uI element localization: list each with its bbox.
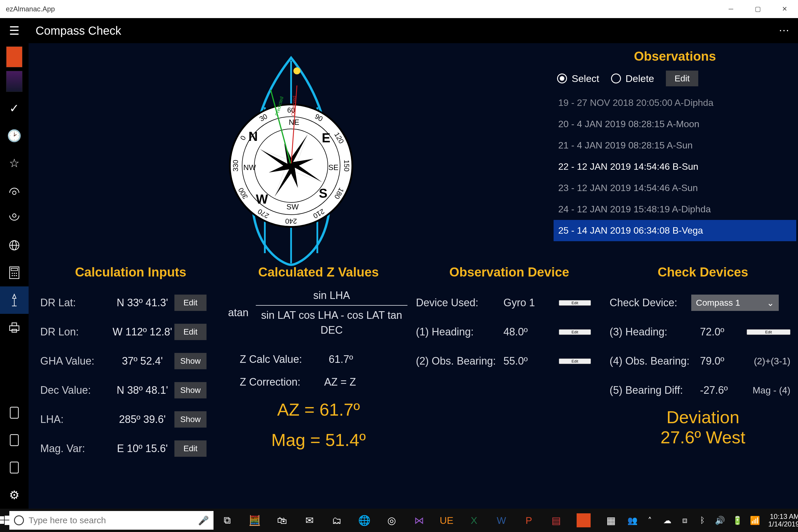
- input-value: N 33º 41.3': [110, 297, 174, 309]
- search-input[interactable]: [28, 515, 193, 525]
- maximize-button[interactable]: ▢: [744, 0, 771, 18]
- dropbox-icon[interactable]: ⧈: [677, 516, 692, 525]
- onedrive-icon[interactable]: ☁: [660, 516, 675, 525]
- hamburger-menu-button[interactable]: ☰: [0, 18, 28, 43]
- dr-lon-edit-button[interactable]: Edit: [174, 324, 207, 340]
- volume-icon[interactable]: 🔊: [712, 516, 727, 525]
- svg-text:330: 330: [232, 160, 240, 171]
- check-icon[interactable]: ✓: [0, 95, 28, 122]
- obs-item[interactable]: 19 - 27 NOV 2018 20:05:00 A-Diphda: [554, 92, 796, 113]
- page-1-icon[interactable]: [0, 399, 28, 426]
- input-label: DR Lon:: [40, 326, 110, 338]
- page-2-icon[interactable]: [0, 426, 28, 454]
- settings-icon[interactable]: ⚙: [0, 481, 28, 509]
- taskbar-app-calculator[interactable]: 🧮: [241, 509, 268, 532]
- device-used-edit-button[interactable]: Edit: [559, 300, 591, 306]
- clock-icon[interactable]: 🕑: [0, 122, 28, 149]
- taskbar-app-ue[interactable]: UE: [433, 509, 460, 532]
- svg-rect-16: [10, 326, 19, 330]
- taskbar-search[interactable]: 🎤: [10, 511, 213, 530]
- taskbar-app-explorer[interactable]: 🗂: [323, 509, 350, 532]
- obs-delete-label: Delete: [626, 73, 654, 84]
- observations-list[interactable]: 19 - 27 NOV 2018 20:05:00 A-Diphda 20 - …: [554, 92, 796, 241]
- check-device-label: Check Device:: [610, 297, 691, 309]
- obs-item[interactable]: 21 - 4 JAN 2019 08:28:15 A-Sun: [554, 135, 796, 156]
- minimize-button[interactable]: ─: [718, 0, 744, 18]
- wifi-icon[interactable]: 📶: [747, 516, 762, 525]
- lha-show-button[interactable]: Show: [174, 411, 207, 428]
- magvar-edit-button[interactable]: Edit: [174, 440, 207, 457]
- sidebar-thumb-2[interactable]: [5, 70, 23, 93]
- formula-denominator: sin LAT cos LHA - cos LAT tan DEC: [254, 308, 409, 338]
- svg-text:SE: SE: [328, 163, 339, 172]
- z-calc-label: Z Calc Value:: [240, 353, 302, 365]
- check-device-dropdown[interactable]: Compass 1 ⌄: [691, 294, 779, 311]
- taskbar-app-generic-1[interactable]: ▤: [543, 509, 570, 532]
- close-button[interactable]: ✕: [771, 0, 798, 18]
- page-3-icon[interactable]: [0, 454, 28, 481]
- checkdev-side-note: Mag - (4): [747, 385, 791, 396]
- dec-show-button[interactable]: Show: [174, 382, 207, 398]
- z-calc-value: 61.7º: [329, 353, 353, 365]
- dr-lat-edit-button[interactable]: Edit: [174, 294, 207, 311]
- taskbar-app-powerpoint[interactable]: P: [515, 509, 543, 532]
- svg-point-12: [16, 275, 17, 276]
- svg-point-11: [14, 275, 15, 276]
- print-icon[interactable]: [0, 314, 28, 341]
- taskbar-app-store[interactable]: 🛍: [268, 509, 296, 532]
- compass-check-icon[interactable]: [0, 286, 28, 314]
- people-icon[interactable]: 👥: [625, 516, 640, 525]
- check-heading-edit-button[interactable]: Edit: [747, 329, 791, 335]
- gha-show-button[interactable]: Show: [174, 353, 207, 369]
- taskbar-app-mail[interactable]: ✉: [296, 509, 323, 532]
- obs-edit-button[interactable]: Edit: [666, 71, 699, 86]
- window-titlebar: ezAlmanac.App ─ ▢ ✕: [0, 0, 798, 18]
- checkdev-title: Check Devices: [610, 265, 796, 280]
- obs-item[interactable]: 22 - 12 JAN 2019 14:54:46 B-Sun: [554, 156, 796, 177]
- mag-result: Mag = 51.4º: [228, 426, 409, 454]
- star-icon[interactable]: ☆: [0, 149, 28, 177]
- observation-device-section: Observation Device Device Used:Gyro 1Edi…: [416, 265, 603, 463]
- taskbar-app-ezalmanac[interactable]: [570, 509, 597, 532]
- set-icon[interactable]: [0, 204, 28, 232]
- obs-mode-select-radio[interactable]: Select: [557, 73, 600, 84]
- mic-icon[interactable]: 🎤: [198, 515, 209, 526]
- taskbar-app-edge[interactable]: 🌐: [350, 509, 378, 532]
- taskbar-app-excel[interactable]: X: [460, 509, 488, 532]
- app-header: ☰ Compass Check ⋯: [0, 18, 798, 43]
- svg-text:240: 240: [285, 217, 297, 225]
- more-options-button[interactable]: ⋯: [779, 24, 790, 37]
- rise-icon[interactable]: [0, 177, 28, 204]
- globe-icon[interactable]: [0, 232, 28, 259]
- tray-chevron-up-icon[interactable]: ˄: [642, 516, 658, 525]
- obs-item-selected[interactable]: 25 - 14 JAN 2019 06:34:08 B-Vega: [554, 220, 796, 241]
- calculator-icon[interactable]: [0, 259, 28, 286]
- obs-item[interactable]: 20 - 4 JAN 2019 08:28:15 A-Moon: [554, 113, 796, 135]
- obs-item[interactable]: 24 - 12 JAN 2019 15:48:19 A-Diphda: [554, 198, 796, 220]
- obsdev-label: Device Used:: [416, 297, 504, 309]
- formula-atan: atan: [228, 305, 248, 320]
- svg-point-59: [289, 163, 293, 168]
- obsdev-value: 48.0º: [504, 326, 559, 338]
- start-button[interactable]: [0, 516, 10, 525]
- battery-icon[interactable]: 🔋: [730, 516, 745, 525]
- z-corr-value: AZ = Z: [324, 376, 356, 388]
- sidebar-thumb-1[interactable]: [5, 45, 23, 68]
- nav-sidebar: ✓ 🕑 ☆ ⚙: [0, 43, 28, 509]
- heading-edit-button[interactable]: Edit: [559, 329, 591, 335]
- obs-item[interactable]: 23 - 12 JAN 2019 14:54:46 A-Sun: [554, 177, 796, 198]
- svg-rect-62: [0, 520, 4, 524]
- taskbar-clock[interactable]: 10:13 AM 1/14/2019: [765, 513, 798, 528]
- cortana-icon: [14, 515, 24, 525]
- input-value: 37º 52.4': [110, 355, 174, 367]
- clock-date: 1/14/2019: [768, 520, 798, 528]
- taskbar-app-chrome[interactable]: ◎: [378, 509, 405, 532]
- taskbar-app-generic-2[interactable]: ▦: [597, 509, 625, 532]
- obs-mode-delete-radio[interactable]: Delete: [611, 73, 654, 84]
- taskbar-app-word[interactable]: W: [488, 509, 515, 532]
- task-view-button[interactable]: ⧉: [213, 509, 241, 532]
- taskbar-app-vs[interactable]: ⋈: [405, 509, 433, 532]
- svg-marker-13: [13, 294, 16, 298]
- bluetooth-icon[interactable]: ᛒ: [695, 516, 710, 525]
- obs-bearing-edit-button[interactable]: Edit: [559, 359, 591, 364]
